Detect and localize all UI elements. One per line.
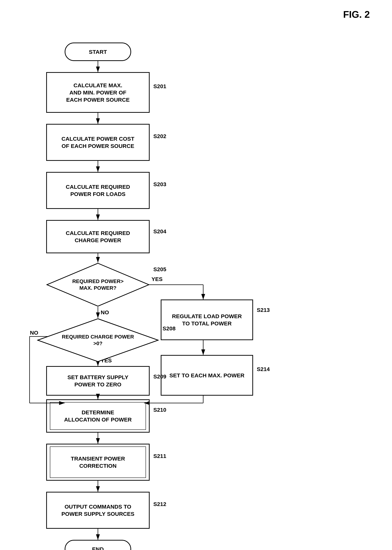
s203-label: S203 xyxy=(153,181,166,187)
s211-text: TRANSIENT POWER CORRECTION xyxy=(71,455,125,469)
s209-text: SET BATTERY SUPPLY POWER TO ZERO xyxy=(67,374,128,388)
s212-text: OUTPUT COMMANDS TO POWER SUPPLY SOURCES xyxy=(61,503,134,517)
start-node: START xyxy=(65,43,131,61)
s214-box: SET TO EACH MAX. POWER xyxy=(161,355,253,396)
s203-text: CALCULATE REQUIRED POWER FOR LOADS xyxy=(66,183,130,198)
s212-label: S212 xyxy=(153,501,166,507)
start-label: START xyxy=(89,48,107,56)
svg-text:NO: NO xyxy=(101,309,109,315)
s203-box: CALCULATE REQUIRED POWER FOR LOADS xyxy=(46,172,150,209)
s211-box: TRANSIENT POWER CORRECTION xyxy=(46,444,150,481)
s210-label: S210 xyxy=(153,407,166,413)
s214-text: SET TO EACH MAX. POWER xyxy=(169,372,245,379)
s210-text: DETERMINE ALLOCATION OF POWER xyxy=(64,409,132,423)
s208-text: REQUIRED CHARGE POWER >0? xyxy=(62,334,134,346)
s209-box: SET BATTERY SUPPLY POWER TO ZERO xyxy=(46,366,150,396)
s211-label: S211 xyxy=(153,453,166,459)
s213-text: REGULATE LOAD POWER TO TOTAL POWER xyxy=(172,313,242,327)
s213-box: REGULATE LOAD POWER TO TOTAL POWER xyxy=(161,300,253,340)
s213-label: S213 xyxy=(257,307,270,313)
s205-text: REQUIRED POWER> MAX. POWER? xyxy=(72,279,124,291)
s205-label: S205 xyxy=(153,266,166,272)
s201-label: S201 xyxy=(153,83,166,89)
s201-box: CALCULATE MAX. AND MIN. POWER OF EACH PO… xyxy=(46,72,150,113)
s202-text: CALCULATE POWER COST OF EACH POWER SOURC… xyxy=(62,135,134,150)
s210-box: DETERMINE ALLOCATION OF POWER xyxy=(46,399,150,433)
s202-label: S202 xyxy=(153,133,166,139)
end-label: END xyxy=(92,546,104,550)
s204-text: CALCULATE REQUIRED CHARGE POWER xyxy=(66,229,130,244)
s212-box: OUTPUT COMMANDS TO POWER SUPPLY SOURCES xyxy=(46,492,150,529)
s204-label: S204 xyxy=(153,228,166,235)
s204-box: CALCULATE REQUIRED CHARGE POWER xyxy=(46,220,150,253)
s205-diamond: REQUIRED POWER> MAX. POWER? xyxy=(46,263,150,307)
end-node: END xyxy=(65,540,131,550)
s201-text: CALCULATE MAX. AND MIN. POWER OF EACH PO… xyxy=(66,82,129,103)
svg-text:YES: YES xyxy=(152,276,162,282)
s214-label: S214 xyxy=(257,366,270,372)
s202-box: CALCULATE POWER COST OF EACH POWER SOURC… xyxy=(46,124,150,161)
s208-diamond: REQUIRED CHARGE POWER >0? xyxy=(37,318,159,362)
